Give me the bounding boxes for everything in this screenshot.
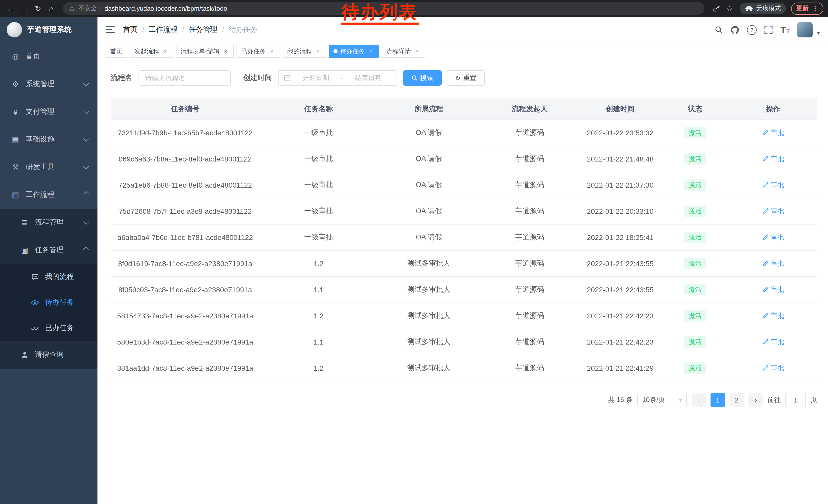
page-2-button[interactable]: 2 [730, 393, 744, 407]
approve-link[interactable]: 审批 [762, 180, 784, 190]
table-row: 580e1b3d-7ac8-11ec-a9e2-a2380e71991a 1.1… [111, 329, 817, 355]
approve-link[interactable]: 审批 [762, 154, 784, 164]
cell-task-name: 一级审批 [259, 172, 378, 198]
home-icon[interactable]: ⌂ [45, 2, 58, 15]
gear-icon: ⚙ [10, 80, 20, 89]
reload-icon[interactable]: ↻ [31, 2, 45, 15]
fullscreen-icon[interactable] [764, 26, 773, 34]
github-icon[interactable] [731, 26, 740, 34]
sidebar-item-home[interactable]: ◎ 首页 [0, 43, 97, 70]
sidebar-item-payment-management[interactable]: ¥ 支付管理 [0, 98, 97, 126]
navbar: 首页 / 工作流程 / 任务管理 / 待办任务 ? T T ▾ [97, 17, 828, 43]
back-icon[interactable]: ← [5, 2, 18, 15]
close-icon[interactable]: × [367, 48, 374, 55]
status-badge: 激活 [685, 127, 706, 138]
workflow-icon: ▦ [10, 190, 20, 199]
page-size-select[interactable]: 10条/页 ▾ [637, 393, 687, 407]
font-size-icon[interactable]: T T [781, 26, 790, 34]
tab-process-form-edit[interactable]: 流程表单-编辑 × [176, 45, 234, 58]
sidebar-item-my-process[interactable]: 我的流程 [0, 264, 97, 290]
close-icon[interactable]: × [268, 48, 276, 55]
page-size-value: 10条/页 [642, 395, 665, 405]
prev-page-button[interactable]: ‹ [692, 393, 706, 407]
search-button[interactable]: 搜索 [403, 70, 442, 86]
forward-icon[interactable]: → [18, 2, 31, 15]
table-row: 381aa1dd-7ac8-11ec-a9e2-a2380e71991a 1.2… [111, 355, 817, 381]
sidebar-toggle-icon[interactable] [97, 17, 123, 43]
cell-task-id: 381aa1dd-7ac8-11ec-a9e2-a2380e71991a [111, 355, 259, 381]
table-row: 8f0d1619-7ac8-11ec-a9e2-a2380e71991a 1.2… [111, 250, 817, 277]
cell-task-name: 一级审批 [259, 224, 378, 250]
approve-link[interactable]: 审批 [762, 364, 784, 373]
reset-button[interactable]: ↻ 重置 [447, 70, 485, 86]
approve-link[interactable]: 审批 [762, 285, 784, 294]
approve-link[interactable]: 审批 [762, 207, 784, 216]
close-icon[interactable]: × [413, 48, 421, 55]
cell-process: OA 请假 [378, 120, 480, 146]
tab-process-detail[interactable]: 流程详情 × [382, 45, 425, 58]
cell-process: OA 请假 [378, 146, 480, 172]
update-label: 更新 [796, 4, 809, 13]
status-badge: 激活 [685, 336, 706, 348]
process-name-input[interactable] [138, 70, 231, 86]
tab-label: 流程详情 [386, 47, 411, 56]
approve-link[interactable]: 审批 [762, 259, 784, 268]
sidebar-item-workflow[interactable]: ▦ 工作流程 [0, 181, 97, 209]
end-date-placeholder[interactable]: 结束日期 [345, 73, 391, 83]
url-bar[interactable]: ⚠ 不安全 dashboard.yudao.iocoder.cn/bpm/tas… [63, 2, 704, 15]
search-button-label: 搜索 [420, 73, 433, 83]
approve-link[interactable]: 审批 [762, 233, 784, 242]
start-date-placeholder[interactable]: 开始日期 [293, 73, 339, 83]
breadcrumb-home[interactable]: 首页 [123, 25, 137, 34]
cell-process: OA 请假 [378, 224, 480, 250]
cell-task-id: 8f0d1619-7ac8-11ec-a9e2-a2380e71991a [111, 250, 259, 277]
sidebar-item-task-management[interactable]: ▣ 任务管理 [0, 236, 97, 264]
next-page-button[interactable]: › [748, 393, 763, 407]
password-key-icon[interactable] [709, 2, 723, 15]
approve-link[interactable]: 审批 [762, 311, 784, 320]
goto-page-input[interactable] [785, 393, 806, 407]
cell-process: 测试多审批人 [378, 250, 480, 277]
close-icon[interactable]: × [315, 48, 322, 55]
cell-created: 2022-01-22 20:33:10 [579, 198, 661, 224]
tab-label: 首页 [110, 47, 123, 56]
breadcrumb-workflow[interactable]: 工作流程 [149, 25, 177, 34]
tab-my-process[interactable]: 我的流程 × [283, 45, 326, 58]
column-task-id: 任务编号 [111, 98, 259, 120]
sidebar-item-todo-tasks[interactable]: 待办任务 [0, 290, 97, 315]
tab-home[interactable]: 首页 [106, 45, 127, 58]
approve-link[interactable]: 审批 [762, 128, 784, 137]
sidebar-item-process-management[interactable]: ≣ 流程管理 [0, 209, 97, 236]
breadcrumb-task-management[interactable]: 任务管理 [189, 25, 217, 34]
update-button[interactable]: 更新 ⋮ [791, 2, 823, 15]
avatar[interactable] [797, 22, 813, 37]
chevron-up-icon [83, 246, 89, 253]
cell-initiator: 芋道源码 [480, 198, 579, 224]
page-1-button[interactable]: 1 [710, 393, 725, 407]
sidebar-item-infrastructure[interactable]: ▤ 基础设施 [0, 126, 97, 153]
reset-button-label: 重置 [463, 73, 477, 83]
sidebar-item-system-management[interactable]: ⚙ 系统管理 [0, 70, 97, 98]
sidebar-item-leave-query[interactable]: 请假查询 [0, 341, 97, 369]
tab-initiate-process[interactable]: 发起流程 × [130, 45, 173, 58]
breadcrumb-current: 待办任务 [229, 25, 257, 34]
sidebar-item-done-tasks[interactable]: 已办任务 [0, 315, 97, 341]
breadcrumb-separator: / [142, 26, 144, 34]
date-range-picker[interactable]: 开始日期 - 结束日期 [278, 70, 397, 86]
overflow-menu-icon[interactable]: ⋮ [812, 5, 818, 12]
chevron-down-icon[interactable]: ▾ [817, 30, 820, 37]
help-icon[interactable]: ? [747, 25, 757, 35]
cell-created: 2022-01-21 22:43:55 [579, 250, 661, 277]
close-icon[interactable]: × [162, 48, 169, 55]
close-icon[interactable]: × [222, 48, 229, 55]
cell-created: 2022-01-21 22:42:23 [579, 303, 661, 329]
bookmark-star-icon[interactable]: ☆ [723, 2, 736, 15]
security-label[interactable]: 不安全 [79, 4, 97, 13]
cell-task-name: 1.1 [259, 329, 378, 355]
sidebar-item-devtools[interactable]: ⚒ 研发工具 [0, 153, 97, 181]
active-tab-dot [333, 49, 338, 53]
approve-link[interactable]: 审批 [762, 337, 784, 347]
search-icon[interactable] [715, 26, 723, 34]
tab-done-tasks[interactable]: 已办任务 × [237, 45, 280, 58]
tab-todo-tasks[interactable]: 待办任务 × [329, 45, 379, 58]
